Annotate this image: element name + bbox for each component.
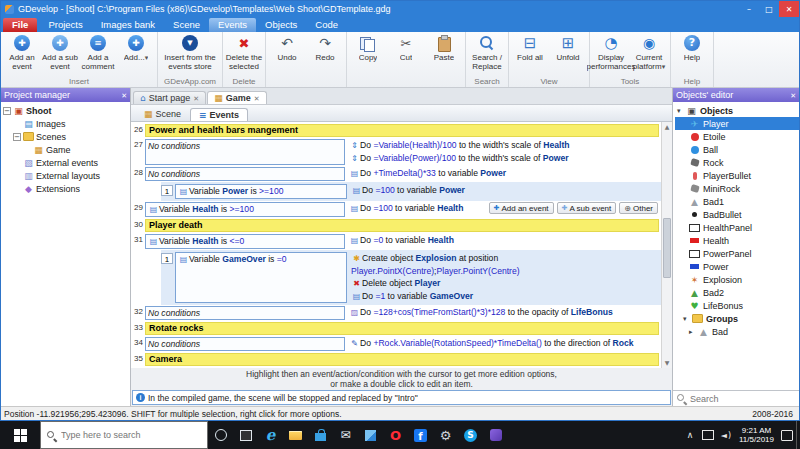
event-actions[interactable]: Create object Explosion at position Play… xyxy=(349,252,661,303)
condition-text[interactable]: No conditions xyxy=(148,338,342,350)
view-tab-scene[interactable]: Scene xyxy=(135,107,190,121)
event-row[interactable]: 35Camera xyxy=(131,352,661,367)
insert-from-the-events-store-button[interactable]: Insert from the events store xyxy=(160,32,220,71)
event-row[interactable]: 32No conditionsDo =128+cos(TimeFromStart… xyxy=(131,305,661,321)
condition-text[interactable]: Variable Health is <=0 xyxy=(148,235,342,248)
help-button[interactable]: Help xyxy=(673,32,711,63)
condition-text[interactable]: Variable GameOver is =0 xyxy=(178,253,344,266)
event-conditions[interactable]: No conditions xyxy=(145,139,345,165)
action-text[interactable]: Do +TimeDelta()*33 to variable Power xyxy=(349,167,661,180)
taskbar-search-input[interactable] xyxy=(61,430,202,440)
collapse-icon[interactable]: ▾ xyxy=(677,107,685,115)
cut-button[interactable]: Cut xyxy=(387,32,425,63)
event-actions[interactable]: Do +TimeDelta()*33 to variable Power xyxy=(347,167,661,181)
scroll-up-icon[interactable] xyxy=(662,122,672,132)
event-actions[interactable]: Do +Rock.Variable(RotationSpeed)*TimeDel… xyxy=(347,337,661,351)
sub-event[interactable]: 1Variable Power is >=100Do =100 to varia… xyxy=(161,182,661,201)
menu-tab-events[interactable]: Events xyxy=(209,18,256,32)
action-center-icon[interactable] xyxy=(778,421,796,449)
facebook-icon[interactable] xyxy=(408,421,433,449)
project-item-external-layouts[interactable]: External layouts xyxy=(3,169,130,182)
menu-tab-file[interactable]: File xyxy=(3,18,37,32)
volume-icon[interactable] xyxy=(717,421,735,449)
event-conditions[interactable]: No conditions xyxy=(145,337,345,351)
object-item-health[interactable]: Health xyxy=(675,234,799,247)
event-conditions[interactable]: Variable Health is >=100 xyxy=(145,202,345,217)
cortana-icon[interactable] xyxy=(208,421,233,449)
event-actions[interactable]: Do =0 to variable Health xyxy=(347,234,661,249)
scrollbar-track[interactable] xyxy=(662,132,672,358)
menu-tab-objects[interactable]: Objects xyxy=(256,18,306,32)
project-root-shoot[interactable]: −Shoot xyxy=(3,104,130,117)
unfold-button[interactable]: Unfold xyxy=(549,32,587,63)
object-item-healthpanel[interactable]: HealthPanel xyxy=(675,221,799,234)
show-desktop-button[interactable] xyxy=(796,421,800,449)
scroll-down-icon[interactable] xyxy=(662,358,672,368)
action-text[interactable]: Delete object Player xyxy=(351,277,661,290)
event-row[interactable]: 29Variable Health is >=100Do =100 to var… xyxy=(131,201,661,218)
menu-tab-images-bank[interactable]: Images bank xyxy=(92,18,164,32)
condition-text[interactable]: No conditions xyxy=(148,307,342,319)
event-conditions[interactable]: No conditions xyxy=(145,306,345,320)
menu-tab-projects[interactable]: Projects xyxy=(39,18,91,32)
sub-event[interactable]: 1Variable GameOver is =0Create object Ex… xyxy=(161,250,661,305)
add-a-comment-button[interactable]: Add a comment xyxy=(79,32,117,71)
skype-icon[interactable] xyxy=(458,421,483,449)
edge-icon[interactable] xyxy=(258,421,283,449)
project-item-images[interactable]: Images xyxy=(3,117,130,130)
event-row[interactable]: 30Player death xyxy=(131,218,661,233)
close-panel-icon[interactable] xyxy=(121,90,127,100)
event-row[interactable]: 34No conditionsDo +Rock.Variable(Rotatio… xyxy=(131,336,661,352)
action-text[interactable]: Do =100 to variable Power xyxy=(351,184,661,197)
event-conditions[interactable]: Variable Health is <=0 xyxy=(145,234,345,249)
comment-event[interactable]: Player death xyxy=(145,219,659,232)
tab-game[interactable]: Game xyxy=(207,91,266,104)
mail-icon[interactable] xyxy=(333,421,358,449)
undo-button[interactable]: Undo xyxy=(268,32,306,63)
other-button[interactable]: Other xyxy=(619,202,658,214)
objects-search-input[interactable] xyxy=(690,394,796,404)
comment-event[interactable]: Camera xyxy=(145,353,659,366)
project-item-extensions[interactable]: Extensions xyxy=(3,182,130,195)
action-text[interactable]: Do =0 to variable Health xyxy=(349,234,661,247)
collapse-icon[interactable]: − xyxy=(3,107,11,115)
group-item-bad[interactable]: ▸Bad xyxy=(675,325,799,338)
event-conditions[interactable]: Variable GameOver is =0 xyxy=(175,252,347,303)
object-item-powerpanel[interactable]: PowerPanel xyxy=(675,247,799,260)
search-replace-button[interactable]: Search / Replace xyxy=(468,32,506,71)
event-actions[interactable]: Do =128+cos(TimeFromStart()*3)*128 to th… xyxy=(347,306,661,320)
comment-event[interactable]: Power and health bars mangement xyxy=(145,124,659,137)
current-platform-button[interactable]: Current platform xyxy=(630,32,668,71)
close-button[interactable] xyxy=(779,1,799,17)
start-button[interactable] xyxy=(0,421,40,449)
condition-text[interactable]: Variable Power is >=100 xyxy=(178,185,344,198)
collapse-icon[interactable]: ▾ xyxy=(683,315,691,323)
event-conditions[interactable]: Variable Power is >=100 xyxy=(175,184,347,199)
action-text[interactable]: Create object Explosion at position Play… xyxy=(351,252,661,277)
object-item-player[interactable]: Player xyxy=(675,117,799,130)
add-an-event-button[interactable]: Add an event xyxy=(489,202,554,214)
gdevelop-icon[interactable] xyxy=(483,421,508,449)
expand-icon[interactable]: ▸ xyxy=(689,328,697,336)
copy-button[interactable]: Copy xyxy=(349,32,387,63)
object-item-badbullet[interactable]: BadBullet xyxy=(675,208,799,221)
objects-root[interactable]: ▾Objects xyxy=(675,104,799,117)
view-tab-events[interactable]: Events xyxy=(190,108,248,121)
events-scrollbar[interactable] xyxy=(661,122,672,368)
action-text[interactable]: Do +Rock.Variable(RotationSpeed)*TimeDel… xyxy=(349,337,661,350)
network-icon[interactable] xyxy=(699,421,717,449)
event-row[interactable]: 27No conditionsDo =Variable(Health)/100 … xyxy=(131,138,661,166)
object-item-ball[interactable]: Ball xyxy=(675,143,799,156)
scrollbar-thumb[interactable] xyxy=(663,218,671,278)
settings-icon[interactable] xyxy=(433,421,458,449)
add-an-event-button[interactable]: Add an event xyxy=(3,32,41,71)
project-item-external-events[interactable]: External events xyxy=(3,156,130,169)
condition-text[interactable]: No conditions xyxy=(148,140,342,152)
project-item-game[interactable]: Game xyxy=(3,143,130,156)
action-text[interactable]: Do =1 to variable GameOver xyxy=(351,290,661,303)
delete-the-selected-button[interactable]: Delete the selected xyxy=(225,32,263,71)
task-view-icon[interactable] xyxy=(233,421,258,449)
add-a-sub-event-button[interactable]: Add a sub event xyxy=(41,32,79,71)
taskbar-search[interactable] xyxy=(40,421,208,449)
close-panel-icon[interactable] xyxy=(790,90,796,100)
